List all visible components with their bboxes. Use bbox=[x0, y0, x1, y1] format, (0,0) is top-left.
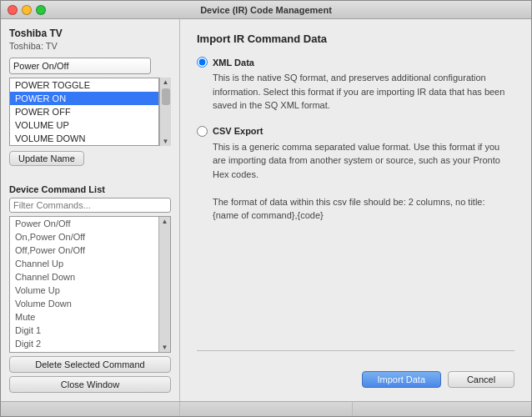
list-item[interactable]: Mute bbox=[10, 310, 158, 324]
list-item[interactable]: Power On/Off bbox=[10, 217, 158, 230]
cmd-item-power-off[interactable]: POWER OFF bbox=[10, 105, 158, 118]
device-command-list-wrapper: Power On/Off On,Power On/Off Off,Power O… bbox=[9, 216, 171, 353]
command-list-open: POWER TOGGLE POWER ON POWER OFF VOLUME U… bbox=[9, 78, 159, 146]
list-item[interactable]: Digit 2 bbox=[10, 337, 158, 350]
right-panel: Import IR Command Data XML Data This is … bbox=[180, 19, 531, 401]
close-window-btn[interactable] bbox=[8, 5, 18, 15]
cancel-button[interactable]: Cancel bbox=[448, 371, 514, 388]
divider bbox=[197, 350, 514, 351]
xml-label: XML Data bbox=[213, 58, 254, 68]
csv-label: CSV Export bbox=[213, 126, 263, 136]
status-bar bbox=[1, 401, 531, 416]
csv-option: CSV Export This is a generic comma separ… bbox=[197, 126, 514, 223]
xml-option: XML Data This is the native SQ format, a… bbox=[197, 57, 514, 113]
list-item[interactable]: Volume Up bbox=[10, 284, 158, 297]
list-item[interactable]: Digit 3 bbox=[10, 350, 158, 352]
scroll-thumb[interactable] bbox=[162, 88, 170, 105]
action-buttons: Import Data Cancel bbox=[197, 371, 514, 388]
list-item[interactable]: Channel Down bbox=[10, 270, 158, 284]
list-item[interactable]: Channel Up bbox=[10, 257, 158, 270]
device-subtitle: Toshiba: TV bbox=[9, 41, 171, 51]
main-window: Device (IR) Code Management Toshiba TV T… bbox=[0, 0, 532, 417]
device-command-list: Power On/Off On,Power On/Off Off,Power O… bbox=[10, 217, 158, 352]
list-item[interactable]: Volume Down bbox=[10, 297, 158, 310]
list-scroll-up[interactable]: ▲ bbox=[161, 217, 169, 226]
cmd-item-power-toggle[interactable]: POWER TOGGLE bbox=[10, 78, 158, 92]
command-dropdown-open: POWER TOGGLE POWER ON POWER OFF VOLUME U… bbox=[9, 78, 171, 146]
delete-selected-command-button[interactable]: Delete Selected Command bbox=[9, 356, 171, 373]
device-command-list-label: Device Command List bbox=[9, 184, 171, 194]
window-title: Device (IR) Code Management bbox=[200, 5, 332, 15]
cmd-item-volume-up[interactable]: VOLUME UP bbox=[10, 118, 158, 132]
csv-radio[interactable] bbox=[197, 126, 208, 137]
selected-command-wrapper bbox=[9, 58, 171, 74]
device-title: Toshiba TV bbox=[9, 28, 171, 39]
left-panel: Toshiba TV Toshiba: TV POWER TOGGLE POWE… bbox=[1, 19, 180, 401]
import-section-title: Import IR Command Data bbox=[197, 33, 514, 45]
command-list-scrollbar: ▲ ▼ bbox=[158, 217, 170, 352]
minimize-window-btn[interactable] bbox=[22, 5, 32, 15]
title-bar: Device (IR) Code Management bbox=[1, 1, 531, 19]
list-scroll-down[interactable]: ▼ bbox=[161, 343, 169, 352]
cmd-item-volume-down[interactable]: VOLUME DOWN bbox=[10, 132, 158, 145]
import-format-group: XML Data This is the native SQ format, a… bbox=[197, 57, 514, 339]
import-data-button[interactable]: Import Data bbox=[362, 371, 441, 388]
close-window-button[interactable]: Close Window bbox=[9, 376, 171, 393]
scroll-down-arrow[interactable]: ▼ bbox=[162, 137, 170, 146]
list-item[interactable]: Off,Power On/Off bbox=[10, 244, 158, 257]
status-segment-1 bbox=[8, 402, 180, 416]
status-segment-2 bbox=[180, 402, 353, 416]
cmd-item-power-on[interactable]: POWER ON bbox=[10, 92, 158, 105]
maximize-window-btn[interactable] bbox=[36, 5, 46, 15]
scroll-up-arrow[interactable]: ▲ bbox=[162, 78, 170, 87]
status-segment-3 bbox=[353, 402, 524, 416]
bottom-buttons: Delete Selected Command Close Window bbox=[9, 356, 171, 393]
command-dropdown-scrollbar: ▲ ▼ bbox=[159, 78, 171, 146]
window-controls bbox=[8, 5, 46, 15]
window-body: Toshiba TV Toshiba: TV POWER TOGGLE POWE… bbox=[1, 19, 531, 401]
command-name-input[interactable] bbox=[9, 58, 151, 74]
csv-radio-row: CSV Export bbox=[197, 126, 514, 137]
xml-radio[interactable] bbox=[197, 57, 208, 68]
update-name-button[interactable]: Update Name bbox=[9, 151, 84, 166]
list-item[interactable]: On,Power On/Off bbox=[10, 230, 158, 244]
xml-radio-row: XML Data bbox=[197, 57, 514, 68]
list-item[interactable]: Digit 1 bbox=[10, 324, 158, 337]
xml-description: This is the native SQ format, and preser… bbox=[213, 71, 514, 113]
csv-description: This is a generic comma separated value … bbox=[213, 140, 514, 223]
filter-commands-input[interactable] bbox=[9, 198, 171, 213]
